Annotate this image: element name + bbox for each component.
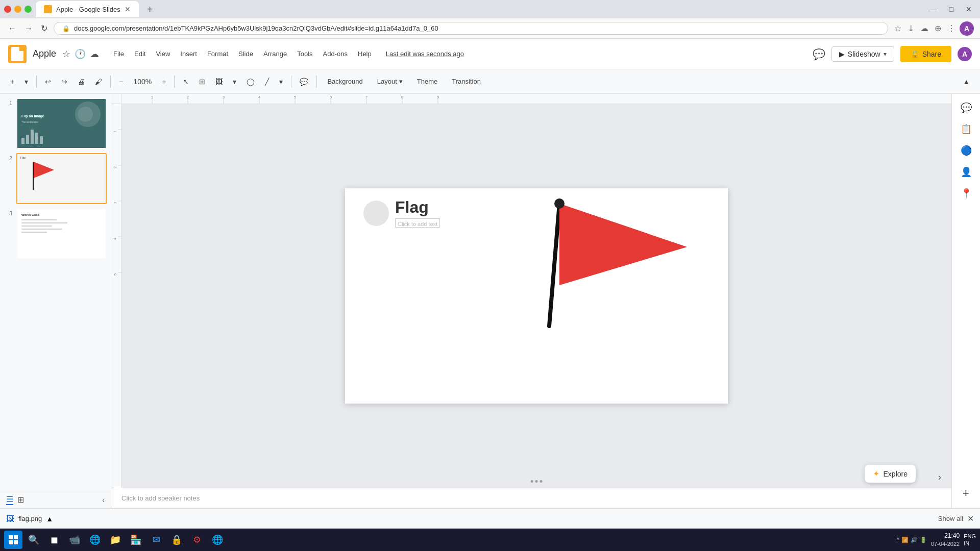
add-button[interactable]: + [6,74,18,89]
url-bar[interactable]: 🔒 docs.google.com/presentation/d/1ebTKA9… [54,22,888,35]
paint-format-button[interactable]: 🖌 [91,74,106,89]
menu-view[interactable]: View [152,48,174,60]
more-button[interactable]: ⋮ [945,21,958,36]
edge-browser-button[interactable]: 🌐 [86,531,104,549]
list-view-button[interactable]: ☰ [6,494,13,505]
layout-button[interactable]: Layout ▾ [371,74,409,88]
refresh-button[interactable]: ↻ [39,21,50,35]
sidebar-contacts-button[interactable]: 👤 [957,162,976,182]
comment-inline-button[interactable]: 💬 [296,74,312,89]
redo-button[interactable]: ↪ [57,74,71,89]
menu-edit[interactable]: Edit [130,48,150,60]
notes-area[interactable]: Click to add speaker notes [111,488,951,508]
slide-main-title[interactable]: Flag [395,198,440,216]
bookmark-button[interactable]: ☆ [892,21,903,36]
star-icon[interactable]: ☆ [62,48,70,60]
extensions-button[interactable]: ⊕ [933,21,943,36]
screenshot-button[interactable]: ⤓ [905,21,916,36]
linkedin-button[interactable]: 🔒 [167,531,186,549]
explore-panel[interactable]: ✦ Explore [865,465,916,483]
print-button[interactable]: 🖨 [74,74,89,89]
slide-subtitle-placeholder[interactable]: Click to add text [395,218,440,228]
share-button[interactable]: 🔒 Share [900,46,951,62]
slide-item-3[interactable]: 3 Works Cited [4,208,107,259]
shapes-tool[interactable]: ◯ [242,74,259,89]
menu-file[interactable]: File [109,48,128,60]
select-tool[interactable]: ↖ [179,74,193,89]
tray-up-arrow[interactable]: ^ [897,537,899,543]
forward-button[interactable]: → [22,22,35,35]
slide-item-1[interactable]: 1 Flip an image The landscape [4,98,107,149]
notes-placeholder[interactable]: Click to add speaker notes [121,494,200,502]
task-view-button[interactable]: ◼ [45,531,63,549]
slide-thumbnail-1[interactable]: Flip an image The landscape [16,98,107,149]
mail-button[interactable]: ✉ [147,531,165,549]
add-dropdown[interactable]: ▾ [20,74,32,89]
explorer-button[interactable]: 📁 [106,531,125,549]
file-bar-close-button[interactable]: ✕ [967,514,974,523]
sidebar-maps-button[interactable]: 📍 [957,184,976,203]
textbox-tool[interactable]: ⊞ [195,74,209,89]
menu-insert[interactable]: Insert [176,48,201,60]
slide-canvas[interactable]: Flag Click to add text [345,188,728,404]
slide-thumbnail-2[interactable]: Flag [16,153,107,204]
slideshow-label[interactable]: Slideshow [848,50,880,58]
image-tool[interactable]: 🖼 [211,74,227,89]
collapse-toolbar-button[interactable]: ▲ [959,74,974,89]
clock[interactable]: 21:40 07-04-2022 [931,532,960,548]
office-button[interactable]: ⚙ [188,531,206,549]
profile-avatar[interactable]: A [960,21,974,36]
undo-button[interactable]: ↩ [41,74,55,89]
ruler-horizontal: 1 2 3 4 5 6 7 8 9 [121,94,951,104]
cloud-button[interactable]: ☁ [918,21,930,36]
line-dropdown[interactable]: ▾ [275,74,287,89]
store-button[interactable]: 🏪 [127,531,145,549]
menu-slide[interactable]: Slide [234,48,257,60]
new-tab-button[interactable]: + [143,4,157,15]
menu-help[interactable]: Help [354,48,376,60]
slideshow-dropdown-arrow[interactable]: ▾ [884,51,887,58]
back-button[interactable]: ← [6,22,18,35]
maximize-window-button[interactable] [24,6,32,13]
grid-view-button[interactable]: ⊞ [17,495,24,505]
explore-label[interactable]: Explore [884,470,908,478]
sidebar-add-button[interactable]: + [959,483,973,504]
menu-format[interactable]: Format [203,48,232,60]
menu-tools[interactable]: Tools [293,48,316,60]
meet-app-button[interactable]: 📹 [65,531,84,549]
line-tool[interactable]: ╱ [261,74,273,89]
slide-thumbnail-3[interactable]: Works Cited [16,208,107,259]
show-all-button[interactable]: Show all [938,515,963,522]
collapse-panel-button[interactable]: ‹ [102,496,105,504]
tab-close-button[interactable]: ✕ [125,5,131,13]
minimize-window-button[interactable] [14,6,21,13]
zoom-out-button[interactable]: − [115,74,127,89]
sidebar-chat-button[interactable]: 💬 [957,98,976,117]
history-icon[interactable]: 🕐 [75,48,86,60]
close-browser-button[interactable]: ✕ [962,3,976,15]
sidebar-tasks-button[interactable]: 🔵 [957,141,976,160]
user-avatar[interactable]: A [958,47,972,61]
transition-button[interactable]: Transition [446,74,487,88]
zoom-in-button[interactable]: + [158,74,170,89]
minimize-browser-button[interactable]: — [926,3,941,15]
comments-button[interactable]: 💬 [813,48,825,60]
expand-arrow-icon[interactable]: › [938,472,941,483]
cloud-save-icon[interactable]: ☁ [90,48,99,60]
menu-addons[interactable]: Add-ons [319,48,352,60]
image-dropdown[interactable]: ▾ [229,74,240,89]
menu-arrange[interactable]: Arrange [259,48,291,60]
close-window-button[interactable] [4,6,11,13]
theme-button[interactable]: Theme [411,74,444,88]
maximize-browser-button[interactable]: □ [945,3,958,15]
background-button[interactable]: Background [321,74,369,88]
start-button[interactable] [4,531,22,549]
chrome-button[interactable]: 🌐 [208,531,227,549]
zoom-level[interactable]: 100% [129,74,156,89]
browser-tab[interactable]: Apple - Google Slides ✕ [36,1,139,17]
expand-panel-button[interactable]: › [938,472,941,483]
slide-item-2[interactable]: 2 Flag [4,153,107,204]
search-taskbar-button[interactable]: 🔍 [24,531,43,549]
sidebar-keep-button[interactable]: 📋 [957,119,976,139]
file-expand-button[interactable]: ▲ [46,515,53,523]
